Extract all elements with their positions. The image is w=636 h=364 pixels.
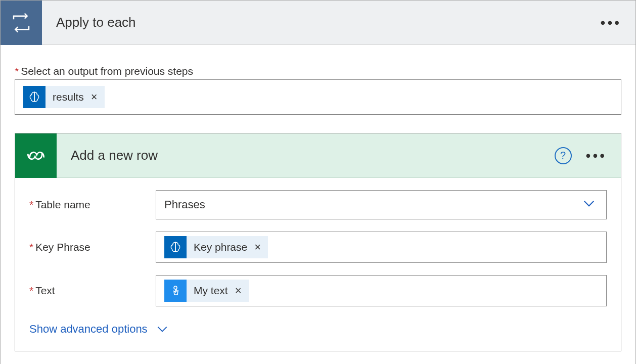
text-label: *Text xyxy=(29,285,156,297)
outer-more-menu[interactable]: ••• xyxy=(601,16,621,30)
inner-more-menu[interactable]: ••• xyxy=(586,149,607,163)
help-icon[interactable]: ? xyxy=(555,147,572,164)
my-text-token[interactable]: My text × xyxy=(164,280,249,302)
my-text-token-label: My text xyxy=(187,285,235,297)
results-token[interactable]: results × xyxy=(23,86,105,108)
table-name-row: *Table name Phrases xyxy=(29,190,607,219)
outer-title: Apply to each xyxy=(42,15,601,30)
chevron-down-icon xyxy=(156,323,169,336)
svg-point-0 xyxy=(174,286,177,289)
key-phrase-token-label: Key phrase xyxy=(187,241,254,253)
key-phrase-row: *Key Phrase Key phrase × xyxy=(29,232,607,263)
loop-icon xyxy=(1,1,42,45)
results-token-label: results xyxy=(46,91,91,103)
select-output-input[interactable]: results × xyxy=(15,79,621,115)
text-input[interactable]: My text × xyxy=(156,275,607,306)
key-phrase-token-remove[interactable]: × xyxy=(254,241,268,254)
results-token-remove[interactable]: × xyxy=(91,90,105,104)
outer-header: Apply to each ••• xyxy=(1,1,635,45)
touch-icon xyxy=(164,280,187,302)
add-row-card: Add a new row ? ••• *Table name Phrases xyxy=(15,133,621,351)
text-row: *Text My text × xyxy=(29,275,607,306)
show-advanced-label: Show advanced options xyxy=(29,323,148,336)
my-text-token-remove[interactable]: × xyxy=(235,284,249,297)
apply-to-each-card: Apply to each ••• *Select an output from… xyxy=(0,0,636,364)
inner-title: Add a new row xyxy=(57,148,555,163)
table-name-label: *Table name xyxy=(29,199,156,211)
show-advanced-options[interactable]: Show advanced options xyxy=(29,323,169,336)
brain-icon xyxy=(164,236,187,258)
dataverse-icon xyxy=(15,133,57,178)
key-phrase-label: *Key Phrase xyxy=(29,241,156,253)
chevron-down-icon xyxy=(582,197,596,213)
table-name-select[interactable]: Phrases xyxy=(156,190,607,219)
select-output-label: *Select an output from previous steps xyxy=(15,65,621,77)
key-phrase-token[interactable]: Key phrase × xyxy=(164,236,268,258)
brain-icon xyxy=(23,86,46,108)
key-phrase-input[interactable]: Key phrase × xyxy=(156,232,607,263)
table-name-value: Phrases xyxy=(164,198,205,211)
inner-header: Add a new row ? ••• xyxy=(15,133,621,178)
